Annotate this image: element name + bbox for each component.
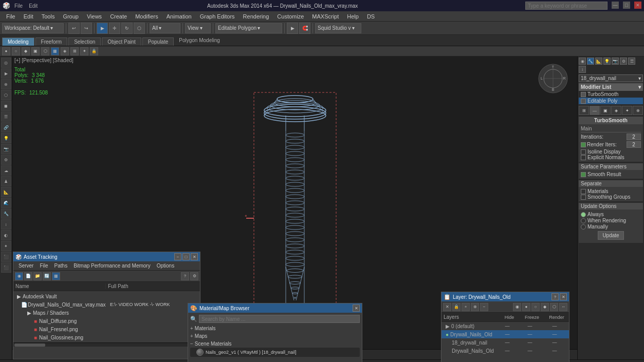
- tab-populate[interactable]: Populate: [142, 37, 174, 46]
- material-close-btn[interactable]: ✕: [353, 304, 360, 312]
- tb-play-btn[interactable]: ▶: [287, 23, 298, 34]
- asset-tb-btn-5[interactable]: ▦: [52, 272, 60, 280]
- asset-minimize-btn[interactable]: −: [174, 253, 181, 260]
- lt-icon4[interactable]: ◆: [541, 303, 549, 311]
- menu-edit[interactable]: Edit: [20, 11, 38, 21]
- tree-row-max-file[interactable]: 📄 Drywall_Nails_Old_max_vray.max E:\- VI…: [13, 300, 200, 309]
- menu-tools[interactable]: Tools: [38, 11, 59, 21]
- tree-row-fresnel[interactable]: ■ Nail_Fresnel.png: [13, 325, 200, 333]
- lt-btn-11[interactable]: ☁: [1, 165, 11, 176]
- icon-row-btn-3[interactable]: ◆: [22, 47, 30, 55]
- scroll-thumb[interactable]: [14, 344, 45, 347]
- menu-modifiers[interactable]: Modifiers: [131, 11, 162, 21]
- mod-tab-3[interactable]: ▣: [600, 106, 611, 115]
- lt-btn-20[interactable]: ⬛: [1, 262, 11, 273]
- title-edit-menu[interactable]: Edit: [27, 3, 40, 9]
- layer-nail-freeze[interactable]: —: [518, 340, 542, 345]
- modifier-editable-poly[interactable]: Editable Poly: [579, 98, 643, 104]
- mod-tab-4[interactable]: ◈: [611, 106, 621, 115]
- iterations-value[interactable]: 2: [627, 134, 641, 140]
- layer-drywall-hide[interactable]: —: [497, 332, 518, 337]
- modifier-turbosmoooth[interactable]: TurboSmooth: [579, 91, 643, 98]
- lt-btn-13[interactable]: 📐: [1, 187, 11, 197]
- layer-drywall2-freeze[interactable]: —: [518, 348, 542, 353]
- icon-row-btn-4[interactable]: ▣: [31, 47, 40, 55]
- lt-btn-2[interactable]: ▶: [1, 68, 11, 79]
- workspace-dropdown[interactable]: Workspace: Default ▾: [2, 23, 64, 33]
- isoline-checkbox[interactable]: [581, 149, 586, 155]
- lt-icon6[interactable]: ↔: [559, 303, 567, 311]
- menu-ds[interactable]: DS: [363, 11, 379, 21]
- panel-icon-6[interactable]: ⚙: [620, 58, 627, 65]
- modifier-list-dropdown-icon[interactable]: ▾: [638, 84, 641, 90]
- layer-drywall-render[interactable]: —: [542, 332, 567, 337]
- lt-btn-8[interactable]: 💡: [1, 133, 11, 143]
- mod-tab-5[interactable]: ✦: [622, 106, 632, 115]
- icon-row-btn-7[interactable]: ◈: [61, 47, 69, 55]
- lt-btn-15[interactable]: 🔧: [1, 208, 11, 219]
- asset-tracking-window[interactable]: 🎲 Asset Tracking − □ ✕ Server File Paths…: [13, 252, 200, 359]
- lt-icon3[interactable]: ○: [531, 303, 540, 311]
- tb-undo-btn[interactable]: ↩: [68, 23, 80, 34]
- render-iters-value[interactable]: 2: [627, 141, 641, 148]
- lt-icon5[interactable]: ⬡: [550, 303, 558, 311]
- layer-drywall-freeze[interactable]: —: [518, 332, 542, 337]
- menu-group[interactable]: Group: [59, 11, 83, 21]
- lt-btn-17[interactable]: ◐: [1, 230, 11, 240]
- icon-row-btn-6[interactable]: ▦: [51, 47, 59, 55]
- icon-row-btn-10[interactable]: 🔒: [90, 47, 98, 55]
- update-button[interactable]: Update: [598, 231, 623, 240]
- scene-materials-section[interactable]: − Scene Materials: [190, 340, 360, 348]
- lt-btn-16[interactable]: ↕: [1, 219, 11, 230]
- lt-del-btn[interactable]: −: [480, 303, 488, 311]
- lt-btn-4[interactable]: ⬡: [1, 90, 11, 100]
- asset-menu-bitmap[interactable]: Bitmap Performance and Memory: [70, 263, 154, 269]
- manually-radio[interactable]: [581, 224, 586, 230]
- icon-row-btn-9[interactable]: ✦: [80, 47, 88, 55]
- layer-nail-hide[interactable]: —: [497, 340, 518, 345]
- asset-menu-options[interactable]: Options: [154, 263, 177, 269]
- layer-titlebar[interactable]: 📋 Layer: Drywall_Nails_Old ? ✕: [441, 292, 569, 301]
- menu-graph-editors[interactable]: Graph Editors: [196, 11, 239, 21]
- scene-material-item[interactable]: Nails_geo2_v1 ( VRayMtl ) [18_drywall_na…: [190, 348, 360, 357]
- view-dropdown[interactable]: View ▾: [185, 23, 211, 33]
- tb-select-btn[interactable]: ▶: [97, 23, 108, 34]
- menu-file[interactable]: File: [2, 11, 20, 21]
- menu-views[interactable]: Views: [83, 11, 106, 21]
- lt-btn-5[interactable]: ◼: [1, 101, 11, 111]
- layer-row-nail[interactable]: 18_drywall_nail — — —: [441, 338, 569, 347]
- materials-section[interactable]: + Materials: [190, 325, 360, 332]
- mode-dropdown[interactable]: Editable Polygon ▾: [215, 23, 282, 33]
- lt-btn-1[interactable]: ◎: [1, 58, 11, 68]
- mod-tab-1[interactable]: ⊞: [579, 106, 589, 115]
- lt-lock-btn[interactable]: 🔒: [452, 303, 461, 311]
- window-maximize-btn[interactable]: □: [623, 2, 630, 9]
- asset-scroll-h[interactable]: [13, 342, 200, 347]
- menu-help[interactable]: Help: [343, 11, 363, 21]
- lt-btn-10[interactable]: ⚙: [1, 155, 11, 165]
- materials-checkbox[interactable]: [581, 189, 586, 194]
- lt-btn-19[interactable]: ⬛: [1, 252, 11, 262]
- lt-btn-18[interactable]: ✦: [1, 241, 11, 251]
- menu-animation[interactable]: Animation: [162, 11, 196, 21]
- layer-default-render[interactable]: —: [542, 323, 567, 329]
- lt-btn-14[interactable]: 🌊: [1, 198, 11, 208]
- asset-tb-btn-1[interactable]: ◉: [15, 272, 23, 280]
- lt-btn-9[interactable]: 📷: [1, 144, 11, 154]
- panel-icon-8[interactable]: ↕: [579, 66, 586, 73]
- tree-row-glossines[interactable]: ■ Nail_Glossines.png: [13, 333, 200, 341]
- layer-close-btn[interactable]: ✕: [560, 293, 567, 300]
- panel-icon-1[interactable]: ◉: [579, 58, 586, 65]
- icon-row-btn-2[interactable]: ○: [12, 47, 20, 55]
- lt-btn-12[interactable]: ♟: [1, 176, 11, 186]
- lt-add-btn[interactable]: +: [462, 303, 470, 311]
- maps-section[interactable]: + Maps: [190, 332, 360, 340]
- panel-icon-5[interactable]: 📷: [612, 58, 619, 65]
- menu-customize[interactable]: Customize: [273, 11, 308, 21]
- icon-row-btn-1[interactable]: ●: [2, 47, 10, 55]
- lt-btn-3[interactable]: ⊕: [1, 79, 11, 89]
- tb-redo-btn[interactable]: ↪: [81, 23, 92, 34]
- tab-modeling[interactable]: Modeling: [2, 37, 34, 46]
- asset-restore-btn[interactable]: □: [182, 253, 190, 260]
- asset-tb-btn-4[interactable]: 🔄: [43, 272, 51, 280]
